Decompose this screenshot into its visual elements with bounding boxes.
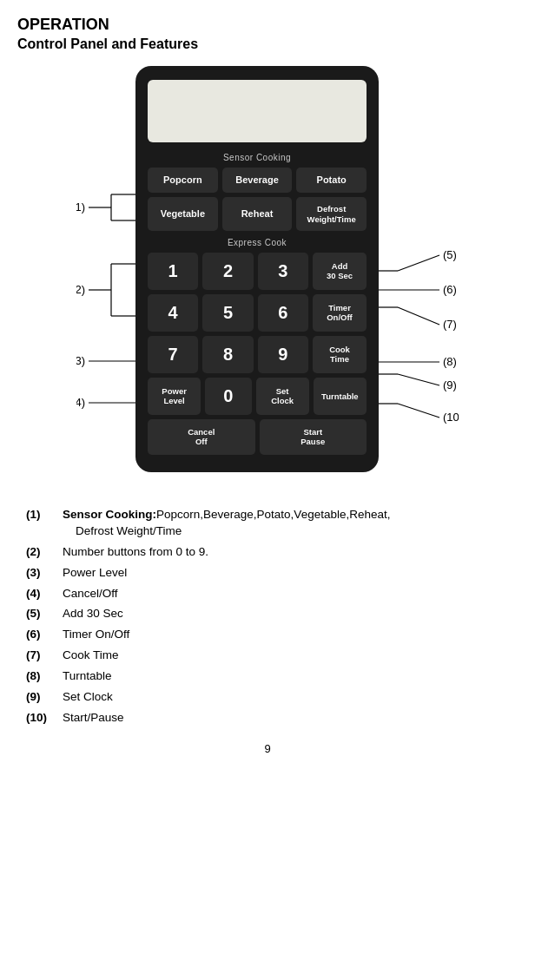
page-container: OPERATION Control Panel and Features Sen… [0, 0, 535, 773]
desc-item-8: (8) Turntable [26, 668, 509, 685]
callout-5-label: (5) [443, 248, 457, 261]
desc-item-1: (1) Sensor Cooking:Popcorn,Beverage,Pota… [26, 507, 509, 540]
desc-num-8: (8) [26, 668, 57, 685]
cook-time-button[interactable]: CookTime [313, 336, 367, 373]
desc-text-8: Turntable [63, 668, 112, 685]
bottom-row: PowerLevel 0 SetClock Turntable [148, 378, 367, 415]
svg-line-17 [398, 374, 439, 385]
num-5-button[interactable]: 5 [202, 294, 253, 332]
sensor-row-1: Popcorn Beverage Potato [148, 168, 367, 193]
sensor-cooking-label: Sensor Cooking [148, 153, 367, 162]
svg-line-19 [398, 404, 439, 418]
numpad-grid: 1 2 3 4 5 6 7 8 9 [148, 253, 308, 373]
num-4-button[interactable]: 4 [148, 294, 198, 332]
popcorn-button[interactable]: Popcorn [148, 168, 218, 193]
cancel-off-button[interactable]: CancelOff [148, 419, 255, 455]
desc-num-2: (2) [26, 544, 57, 561]
potato-button[interactable]: Potato [296, 168, 367, 193]
microwave-panel: Sensor Cooking Popcorn Beverage Potato V… [135, 66, 379, 472]
num-7-button[interactable]: 7 [148, 336, 198, 373]
num-9-button[interactable]: 9 [258, 336, 308, 373]
desc-num-7: (7) [26, 648, 57, 664]
desc-num-3: (3) [26, 565, 57, 582]
desc-item-2: (2) Number buttons from 0 to 9. [26, 544, 509, 561]
svg-line-14 [398, 307, 439, 325]
desc-text-6: Timer On/Off [63, 627, 129, 643]
callout-6-label: (6) [443, 283, 457, 296]
defrost-button[interactable]: DefrostWeight/Time [296, 197, 367, 231]
vegetable-button[interactable]: Vegetable [148, 197, 218, 231]
timer-on-off-button[interactable]: TimerOn/Off [313, 294, 367, 332]
num-8-button[interactable]: 8 [202, 336, 253, 373]
desc-text-10: Start/Pause [63, 710, 124, 727]
desc-item-7: (7) Cook Time [26, 648, 509, 664]
num-6-button[interactable]: 6 [258, 294, 308, 332]
callout-8-label: (8) [443, 355, 457, 368]
desc-item-10: (10) Start/Pause [26, 710, 509, 727]
reheat-button[interactable]: Reheat [222, 197, 293, 231]
turntable-button[interactable]: Turntable [314, 378, 367, 415]
desc-text-1: Sensor Cooking:Popcorn,Beverage,Potato,V… [63, 507, 390, 540]
desc-text-3: Power Level [63, 565, 127, 582]
right-btn-col: Add30 Sec TimerOn/Off CookTime [313, 253, 367, 373]
desc-num-6: (6) [26, 627, 57, 643]
desc-item-5: (5) Add 30 Sec [26, 606, 509, 622]
callout-7-label: (7) [443, 318, 457, 331]
page-number: 9 [17, 742, 518, 755]
callout-10-label: (10) [443, 411, 459, 424]
desc-text-5: Add 30 Sec [63, 606, 123, 622]
desc-item-3: (3) Power Level [26, 565, 509, 582]
page-title-main: OPERATION [17, 16, 518, 35]
svg-line-11 [398, 255, 439, 271]
desc-item-4: (4) Cancel/Off [26, 586, 509, 602]
diagram-area: Sensor Cooking Popcorn Beverage Potato V… [76, 66, 459, 500]
set-clock-button[interactable]: SetClock [256, 378, 309, 415]
callout-1-label: (1) [76, 201, 85, 214]
desc-num-9: (9) [26, 689, 57, 706]
desc-text-7: Cook Time [63, 648, 119, 664]
express-cook-label: Express Cook [148, 238, 367, 247]
action-row: CancelOff StartPause [148, 419, 367, 455]
sensor-row-2: Vegetable Reheat DefrostWeight/Time [148, 197, 367, 231]
num-1-button[interactable]: 1 [148, 253, 198, 290]
desc-num-1: (1) [26, 507, 57, 540]
beverage-button[interactable]: Beverage [222, 168, 293, 193]
callout-3-label: (3) [76, 354, 85, 367]
desc-text-9: Set Clock [63, 689, 113, 706]
callout-9-label: (9) [443, 378, 457, 391]
callout-4-label: (4) [76, 396, 85, 409]
page-title-sub: Control Panel and Features [17, 35, 518, 54]
num-0-button[interactable]: 0 [205, 378, 251, 415]
power-level-button[interactable]: PowerLevel [148, 378, 201, 415]
desc-text-2: Number buttons from 0 to 9. [63, 544, 208, 561]
desc-num-4: (4) [26, 586, 57, 602]
num-2-button[interactable]: 2 [202, 253, 253, 290]
numpad-area: 1 2 3 4 5 6 7 8 9 Add30 Sec TimerOn/Off … [148, 253, 367, 373]
desc-text-4: Cancel/Off [63, 586, 118, 602]
description-list: (1) Sensor Cooking:Popcorn,Beverage,Pota… [17, 507, 518, 727]
desc-num-5: (5) [26, 606, 57, 622]
callout-2-label: (2) [76, 283, 85, 296]
display-window [148, 80, 367, 142]
desc-item-9: (9) Set Clock [26, 689, 509, 706]
start-pause-button[interactable]: StartPause [260, 419, 367, 455]
num-3-button[interactable]: 3 [258, 253, 308, 290]
desc-num-10: (10) [26, 710, 57, 727]
add-30-sec-button[interactable]: Add30 Sec [313, 253, 367, 290]
desc-item-6: (6) Timer On/Off [26, 627, 509, 643]
